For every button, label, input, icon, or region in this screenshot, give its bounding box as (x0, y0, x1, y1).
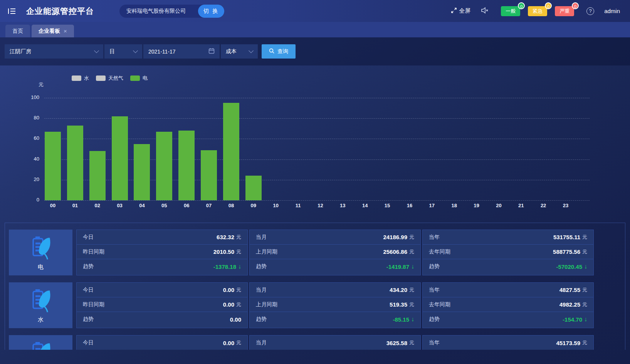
date-picker[interactable]: 2021-11-17 (143, 44, 220, 59)
collapse-menu-icon[interactable] (7, 6, 17, 16)
x-tick-label: 05 (155, 203, 173, 208)
mute-button[interactable] (480, 7, 489, 15)
stat-value-group: -57020.45↓ (556, 263, 587, 270)
stats-column: 当年531755.11元去年同期588775.56元趋势-57020.45↓ (422, 230, 594, 275)
stat-value-group: -85.15↓ (393, 316, 414, 323)
alert-chip-1[interactable]: 一般0 (501, 6, 520, 16)
stat-value-group: 519.35元 (390, 301, 414, 308)
stats-cell: 趋势-57020.45↓ (423, 259, 593, 274)
y-tick-label: 0 (18, 197, 39, 203)
alert-chip-label: 严重 (559, 8, 570, 15)
alert-chip-2[interactable]: 紧急0 (528, 6, 547, 16)
x-tick-label: 08 (222, 203, 240, 208)
x-tick-label: 19 (467, 203, 486, 208)
query-button[interactable]: 查询 (262, 44, 296, 59)
speaker-muted-icon (480, 7, 489, 15)
y-tick-label: 40 (18, 156, 39, 162)
stat-value-group: 0.00 (230, 316, 241, 323)
y-tick-label: 80 (18, 115, 39, 121)
x-tick-label: 01 (66, 203, 84, 208)
tab-home[interactable]: 首页 (5, 25, 30, 37)
stat-value: 2010.50 (213, 248, 234, 255)
stat-value: 0.00 (223, 287, 234, 293)
energy-card-2: 水今日0.00元昨日同期0.00元趋势0.00当月434.20元上月同期519.… (9, 282, 625, 328)
legend-marker (72, 75, 81, 81)
legend-item-2[interactable]: 天然气 (96, 75, 123, 82)
x-tick-label: 12 (311, 203, 329, 208)
stat-value: 4827.55 (559, 287, 580, 293)
stat-unit-label: 元 (409, 287, 414, 294)
stat-value-group: -1419.87↓ (386, 263, 414, 270)
chevron-down-icon (133, 48, 138, 53)
alert-chip-label: 紧急 (533, 8, 543, 15)
x-tick-label: 16 (400, 203, 419, 208)
bar-hour-00 (45, 132, 61, 200)
legend-marker (130, 75, 140, 81)
energy-card-1: 电今日632.32元昨日同期2010.50元趋势-1378.18↓当月24186… (9, 230, 625, 275)
energy-type-label: 电 (38, 263, 44, 270)
x-tick-label: 17 (423, 203, 441, 208)
fullscreen-button[interactable]: 全屏 (451, 7, 470, 15)
stats-column: 当月434.20元上月同期519.35元趋势-85.15↓ (249, 282, 421, 328)
stats-cell: 趋势-1419.87↓ (250, 259, 420, 274)
stat-value-group: -1378.18↓ (213, 263, 241, 270)
stat-unit-label: 元 (582, 301, 587, 308)
stat-unit-label: 元 (236, 287, 241, 294)
metric-select[interactable]: 成本 (221, 44, 258, 59)
alert-count-badge: 0 (518, 2, 525, 9)
stat-value-group: 4827.55元 (559, 287, 587, 294)
legend-label: 水 (84, 75, 89, 82)
stat-value-group: 0.00元 (223, 301, 241, 308)
x-tick-label: 23 (556, 203, 575, 208)
stats-cell: 当月434.20元 (250, 283, 420, 297)
stat-label: 今日 (83, 339, 94, 346)
stat-unit-label: 元 (236, 248, 241, 255)
chevron-down-icon (94, 48, 99, 53)
stats-cell: 今日0.00元 (77, 283, 247, 297)
stats-cell: 当年45173.59元 (423, 335, 593, 350)
switch-company-button[interactable]: 切 换 (198, 5, 224, 18)
trend-down-arrow-icon: ↓ (584, 316, 587, 323)
legend-marker (96, 75, 106, 81)
legend-label: 天然气 (108, 75, 123, 82)
bar-hour-03 (112, 116, 128, 200)
stats-cell: 去年同期588775.56元 (423, 245, 593, 259)
stat-value: 632.32 (217, 234, 234, 240)
legend-item-1[interactable]: 水 (72, 75, 89, 82)
gridline (44, 200, 590, 201)
y-tick-label: 100 (18, 94, 39, 100)
tab-enterprise-board[interactable]: 企业看板 × (32, 25, 74, 37)
stat-value: 24186.99 (383, 234, 407, 240)
stats-cell: 上月同期519.35元 (250, 297, 420, 312)
chart-legend: 水天然气电 (72, 75, 148, 82)
stat-label: 趋势 (256, 263, 267, 270)
stat-label: 趋势 (83, 263, 94, 270)
stat-label: 趋势 (83, 316, 94, 323)
x-tick-label: 02 (88, 203, 107, 208)
y-tick-label: 60 (18, 135, 39, 141)
stat-value: 0.00 (223, 301, 234, 308)
stats-cell: 趋势0.00 (77, 312, 247, 327)
stat-value: 0.00 (230, 316, 241, 323)
stat-label: 当月 (256, 287, 267, 294)
stats-cell: 上月同期25606.86元 (250, 245, 420, 259)
alert-chip-3[interactable]: 严重0 (555, 6, 574, 16)
x-tick-label: 10 (267, 203, 285, 208)
stat-label: 去年同期 (429, 248, 450, 255)
period-select[interactable]: 日 (104, 44, 142, 59)
help-icon[interactable]: ? (586, 7, 594, 15)
fullscreen-icon (451, 7, 457, 15)
site-select[interactable]: 江阴厂房 (5, 44, 103, 59)
alert-chips: 一般0紧急0严重0 (501, 6, 574, 16)
x-tick-label: 06 (177, 203, 196, 208)
alert-count-badge: 0 (572, 2, 579, 9)
user-menu[interactable]: admin (604, 8, 620, 14)
stat-unit-label: 元 (409, 248, 414, 255)
close-tab-icon[interactable]: × (64, 28, 67, 34)
x-tick-label: 04 (133, 203, 151, 208)
legend-item-3[interactable]: 电 (130, 75, 148, 82)
stat-value-group: 434.20元 (390, 287, 414, 294)
battery-leaf-icon (29, 235, 52, 262)
stats-column: 今日632.32元昨日同期2010.50元趋势-1378.18↓ (76, 230, 248, 275)
stat-label: 趋势 (429, 263, 440, 270)
